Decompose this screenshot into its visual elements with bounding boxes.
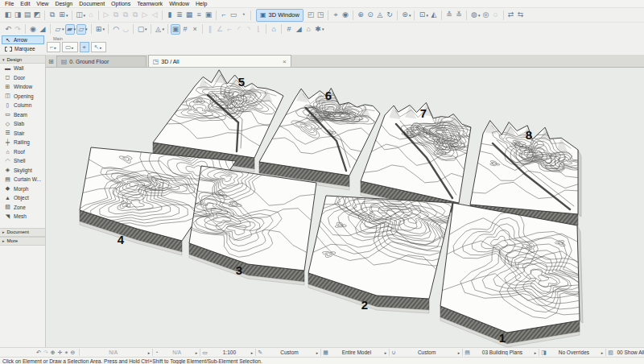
tool-column[interactable]: ▯Column [0, 101, 45, 110]
turn-model-icon[interactable]: ↻ [385, 10, 394, 20]
scale-field[interactable]: ▭1:100▸ [200, 349, 255, 357]
column-tool-icon[interactable]: ▮ [165, 10, 175, 20]
beam-tool-icon[interactable]: ≣ [175, 10, 184, 20]
tool-slab[interactable]: ◇Slab [0, 119, 45, 129]
quick-layout-icon[interactable]: ⊞ [48, 58, 54, 65]
save-icon[interactable]: ▤ [23, 10, 32, 20]
roof-level-icon[interactable]: ⌂ [303, 24, 313, 35]
tool-stair[interactable]: ☰Stair [0, 129, 45, 139]
trim-icon[interactable]: ⌐ [225, 24, 234, 35]
dropdown-caret[interactable]: ▾ [62, 27, 64, 31]
arrow-mode-widget[interactable]: ↖▸ [91, 42, 106, 52]
dropdown-caret[interactable]: ▸ [601, 350, 604, 355]
zoom-level-field[interactable]: N/A▸ [80, 349, 152, 357]
perspective-icon[interactable]: ◰ [306, 10, 316, 20]
wall-tool-icon[interactable]: ≡ [194, 10, 204, 20]
toolbox-section-design[interactable]: ▾Design [0, 55, 45, 64]
slab-tool-icon[interactable]: ▦ [184, 10, 194, 20]
snap-guides-icon[interactable]: ◡ [121, 24, 130, 35]
dropdown-caret[interactable]: ▾ [163, 27, 165, 31]
explode-icon[interactable]: × [190, 24, 200, 35]
dropdown-caret[interactable]: ▾ [84, 13, 86, 18]
adjust-icon[interactable]: ∠ [215, 24, 225, 35]
walk-mode-widget[interactable]: ⌖ [80, 42, 89, 52]
dropdown-caret[interactable]: ▾ [66, 13, 68, 18]
fit-in-window-icon[interactable]: ⊕ [356, 10, 365, 20]
new-project-icon[interactable]: ◧ [3, 10, 13, 20]
mark-up-icon[interactable]: ≙ [444, 10, 454, 20]
dropdown-caret[interactable]: ▸ [535, 350, 537, 355]
open-project-icon[interactable]: ◨ [13, 10, 23, 20]
tool-roof[interactable]: ⌂Roof [0, 147, 45, 157]
editing-plane-icon[interactable]: ◭ [429, 10, 439, 20]
zoom-in-icon[interactable]: ⊕ [51, 350, 56, 356]
3d-window-button[interactable]: ▣3D Window [256, 9, 303, 22]
3d-viewport[interactable]: 56784321 [46, 68, 644, 347]
dropdown-caret[interactable]: ▸ [100, 45, 102, 50]
offset-icon[interactable]: ◝ [244, 24, 254, 35]
stretch-icon[interactable]: ⌊ [254, 24, 263, 35]
menu-edit[interactable]: Edit [17, 1, 33, 6]
toolbox-section-document[interactable]: ▸Document [0, 228, 45, 237]
go-forward-icon[interactable]: ↷ [43, 350, 48, 356]
explore-model-icon[interactable]: ⌖ [65, 350, 68, 356]
inject-parameters-icon[interactable]: ◢ [38, 24, 47, 35]
go-back-icon[interactable]: ↶ [36, 350, 41, 356]
orientation-field[interactable]: ◔N/A▸ [153, 349, 200, 357]
edit-plane-icon[interactable]: # [284, 24, 294, 35]
suspend-groups-icon[interactable]: # [180, 24, 190, 35]
graphic-override-field[interactable]: ◨No Overrides▸ [539, 349, 605, 357]
issue-manager-icon[interactable]: ≚ [454, 10, 464, 20]
tool-wall[interactable]: ▬Wall [0, 64, 45, 73]
dropdown-caret[interactable]: ▸ [458, 350, 460, 355]
dropdown-caret[interactable]: ▾ [478, 13, 481, 18]
split-icon[interactable]: ∥ [205, 24, 215, 35]
dropdown-caret[interactable]: ▸ [385, 350, 387, 355]
tool-opening[interactable]: ◫Opening [0, 92, 45, 101]
pen-set-field[interactable]: ✎Custom▸ [256, 349, 320, 357]
render-settings-icon[interactable]: ◎ [481, 10, 491, 20]
elevation-icon[interactable]: ▭ [229, 10, 238, 20]
dropdown-caret[interactable]: ▸ [148, 350, 151, 355]
menu-file[interactable]: File [2, 1, 17, 6]
menu-design[interactable]: Design [52, 1, 76, 6]
menu-help[interactable]: Help [192, 1, 210, 6]
forward-icon[interactable]: ▷ [140, 10, 150, 20]
walk-icon[interactable]: ⌖ [331, 10, 341, 20]
capture-icon[interactable]: ◌ [491, 10, 501, 20]
menu-view[interactable]: View [33, 1, 52, 6]
pan-icon[interactable]: ✛ [58, 350, 63, 356]
zoom-selection-icon[interactable]: ⊙ [365, 10, 375, 20]
release-icon[interactable]: ⧉ [130, 10, 140, 20]
menu-window[interactable]: Window [166, 1, 192, 6]
dropdown-caret[interactable]: ▸ [72, 45, 74, 50]
dropdown-caret[interactable]: ▾ [322, 27, 324, 31]
tool-object[interactable]: ▲Object [0, 193, 45, 203]
fillet-icon[interactable]: ◜ [234, 24, 244, 35]
selection-info-widget[interactable]: ▭▸ [62, 42, 78, 52]
xref-icon[interactable]: ⇆ [516, 10, 526, 20]
publisher-icon[interactable]: ◩ [32, 10, 42, 20]
default-settings-widget[interactable]: ⌐▸ [47, 42, 60, 52]
menu-options[interactable]: Options [108, 1, 134, 6]
dropdown-caret[interactable]: ▾ [409, 13, 411, 18]
arrow-tool-button[interactable]: ↖ Arrow [2, 35, 44, 44]
pick-up-parameters-icon[interactable]: ◉ [28, 24, 38, 35]
section-icon[interactable]: ⌐ [219, 10, 229, 20]
tool-morph[interactable]: ◆Morph [0, 184, 45, 194]
send-changes-icon[interactable]: ▷ [101, 10, 111, 20]
dropdown-caret[interactable]: ▸ [251, 350, 254, 355]
look-to-icon[interactable]: ◬ [375, 10, 385, 20]
tool-window[interactable]: ⊞Window [0, 82, 45, 92]
tab-ground-floor[interactable]: ▤0. Ground Floor [56, 56, 147, 67]
dropdown-caret[interactable]: ▾ [85, 27, 88, 31]
undo-icon[interactable]: ↶ [3, 24, 13, 35]
receive-changes-icon[interactable]: ⧉ [111, 10, 121, 20]
revision-status-field[interactable]: ▧00 Show All Elements▸ [606, 349, 644, 357]
dropdown-caret[interactable]: ▾ [74, 27, 76, 31]
dropdown-caret[interactable]: ▸ [196, 350, 198, 355]
tool-skylight[interactable]: ◈Skylight [0, 166, 45, 176]
autogroup-icon[interactable]: ▣ [171, 24, 180, 35]
guide-lines-icon[interactable]: ◠ [111, 24, 121, 35]
structure-display-field[interactable]: ▦Entire Model▸ [321, 349, 389, 357]
